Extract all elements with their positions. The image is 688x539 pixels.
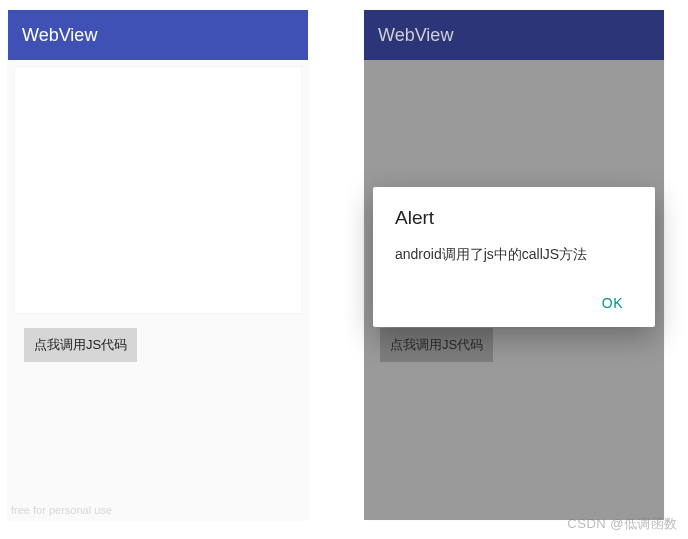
webview-area[interactable]: [14, 66, 302, 314]
phone-screen-left: WebView 点我调用JS代码 free for personal use: [8, 10, 308, 520]
content-area: 点我调用JS代码: [8, 60, 308, 368]
watermark-text: CSDN @低调函数: [567, 515, 678, 533]
dialog-message: android调用了js中的callJS方法: [395, 245, 633, 265]
alert-dialog: Alert android调用了js中的callJS方法 OK: [373, 187, 655, 327]
app-bar-title: WebView: [378, 25, 453, 46]
ok-button[interactable]: OK: [592, 287, 633, 319]
app-bar-title: WebView: [22, 25, 97, 46]
app-bar: WebView: [8, 10, 308, 60]
call-js-button: 点我调用JS代码: [380, 328, 493, 362]
call-js-button[interactable]: 点我调用JS代码: [24, 328, 137, 362]
footer-note: free for personal use: [11, 504, 112, 516]
phone-screen-right: WebView 点我调用JS代码 Alert android调用了js中的cal…: [364, 10, 664, 520]
dialog-actions: OK: [395, 287, 633, 319]
app-bar: WebView: [364, 10, 664, 60]
dialog-title: Alert: [395, 207, 633, 229]
